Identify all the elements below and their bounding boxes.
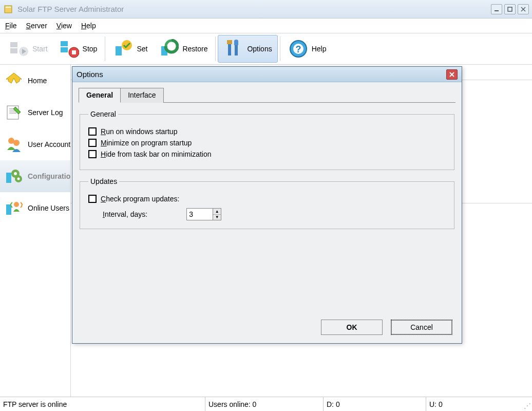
app-icon [3, 4, 13, 14]
status-users: Users online: 0 [205, 397, 324, 411]
svg-marker-23 [6, 73, 22, 83]
min-startup-label: Minimize on program startup [101, 139, 192, 147]
resize-grip[interactable]: ⋰ [523, 397, 532, 411]
set-icon [113, 39, 134, 59]
spinner-down[interactable]: ▼ [213, 215, 221, 220]
window-controls [491, 4, 529, 14]
check-updates-row[interactable]: Check program updates: [88, 195, 446, 203]
config-icon [4, 166, 24, 186]
svg-rect-6 [10, 42, 17, 47]
hide-taskbar-checkbox[interactable] [88, 150, 97, 158]
ok-button[interactable]: OK [321, 320, 383, 335]
restore-icon [159, 39, 179, 59]
dialog-body: General Interface General Run on windows… [72, 82, 462, 343]
hide-taskbar-label: Hide from task bar on minimization [101, 150, 212, 158]
svg-rect-11 [61, 47, 68, 52]
general-group: General Run on windows startup Minimize … [80, 110, 454, 170]
start-icon [9, 39, 29, 59]
window-title: Solar FTP Server Administrator [17, 5, 491, 13]
interval-row: Interval, days: ▲ ▼ [103, 208, 446, 220]
interval-spinner[interactable]: ▲ ▼ [186, 208, 221, 220]
svg-point-29 [13, 140, 20, 146]
sidebar-item-label: Configuration [28, 172, 70, 180]
menubar: File Server View Help [0, 18, 532, 33]
svg-rect-7 [10, 48, 17, 53]
svg-rect-30 [6, 173, 11, 183]
menu-server[interactable]: Server [26, 22, 47, 30]
menu-file[interactable]: File [5, 22, 17, 30]
hide-taskbar-row[interactable]: Hide from task bar on minimization [88, 150, 446, 158]
svg-rect-13 [72, 50, 76, 54]
help-icon: ? [288, 39, 309, 59]
window-titlebar: Solar FTP Server Administrator [0, 0, 532, 18]
run-startup-checkbox[interactable] [88, 127, 97, 136]
help-label: Help [312, 45, 327, 53]
stop-label: Stop [83, 45, 98, 53]
toolbar-separator [280, 36, 280, 61]
options-label: Options [247, 45, 272, 53]
toolbar: Start Stop Set Restore Options ? Help [0, 33, 532, 65]
minimize-button[interactable] [491, 4, 502, 14]
sidebar-item-label: Server Log [28, 108, 63, 117]
close-button[interactable] [518, 4, 529, 14]
menu-view[interactable]: View [56, 22, 72, 30]
status-d: D: 0 [324, 397, 426, 411]
tabstrip: General Interface [79, 87, 455, 103]
sidebar-item-config[interactable]: Configuration [0, 160, 70, 192]
log-icon [4, 103, 24, 122]
svg-rect-19 [227, 40, 232, 44]
users-icon [4, 135, 24, 154]
start-label: Start [32, 45, 48, 53]
toolbar-separator [105, 36, 105, 61]
restore-button[interactable]: Restore [153, 35, 213, 63]
svg-rect-1 [6, 7, 11, 8]
run-startup-row[interactable]: Run on windows startup [88, 127, 446, 136]
menu-help[interactable]: Help [81, 22, 96, 30]
dialog-buttons: OK Cancel [321, 320, 452, 335]
online-icon [4, 198, 24, 218]
dialog-title: Options [77, 70, 446, 79]
restore-label: Restore [182, 45, 207, 53]
status-server: FTP server is online [0, 397, 205, 411]
toolbar-separator [215, 36, 216, 61]
interval-input[interactable] [187, 209, 213, 220]
start-button[interactable]: Start [3, 35, 53, 63]
dialog-titlebar[interactable]: Options [72, 67, 462, 82]
updates-legend: Updates [88, 177, 119, 185]
interval-label: Interval, days: [103, 210, 147, 218]
check-updates-checkbox[interactable] [88, 195, 97, 203]
updates-group: Updates Check program updates: Interval,… [80, 177, 454, 229]
general-legend: General [88, 110, 118, 118]
sidebar-item-label: User Accounts [28, 140, 70, 148]
help-button[interactable]: ? Help [282, 35, 332, 63]
set-button[interactable]: Set [107, 35, 153, 63]
svg-point-36 [14, 202, 19, 207]
svg-rect-10 [61, 41, 68, 46]
spinner-up[interactable]: ▲ [213, 209, 221, 215]
min-startup-row[interactable]: Minimize on program startup [88, 139, 446, 147]
sidebar-item-serverlog[interactable]: Server Log [0, 97, 70, 128]
svg-rect-35 [6, 204, 11, 215]
status-u: U: 0 [426, 397, 523, 411]
tab-general[interactable]: General [79, 88, 121, 103]
sidebar-item-label: Home [28, 77, 47, 85]
home-icon [4, 71, 24, 90]
sidebar-item-home[interactable]: Home [0, 65, 70, 97]
spinner-buttons: ▲ ▼ [213, 209, 221, 220]
set-label: Set [137, 45, 147, 53]
sidebar-item-users[interactable]: User Accounts [0, 128, 70, 160]
sidebar-item-label: Online Users [28, 204, 69, 212]
cancel-button[interactable]: Cancel [391, 320, 452, 335]
stop-icon [59, 39, 80, 59]
tab-interface[interactable]: Interface [120, 88, 163, 103]
check-updates-label: Check program updates: [101, 195, 179, 203]
options-button[interactable]: Options [218, 35, 277, 63]
min-startup-checkbox[interactable] [88, 139, 97, 147]
maximize-button[interactable] [504, 4, 516, 14]
sidebar-item-online[interactable]: Online Users [0, 192, 70, 224]
svg-rect-3 [508, 7, 512, 11]
dialog-close-button[interactable] [446, 69, 458, 80]
svg-rect-14 [116, 46, 122, 55]
options-icon [223, 39, 244, 59]
stop-button[interactable]: Stop [53, 35, 103, 63]
